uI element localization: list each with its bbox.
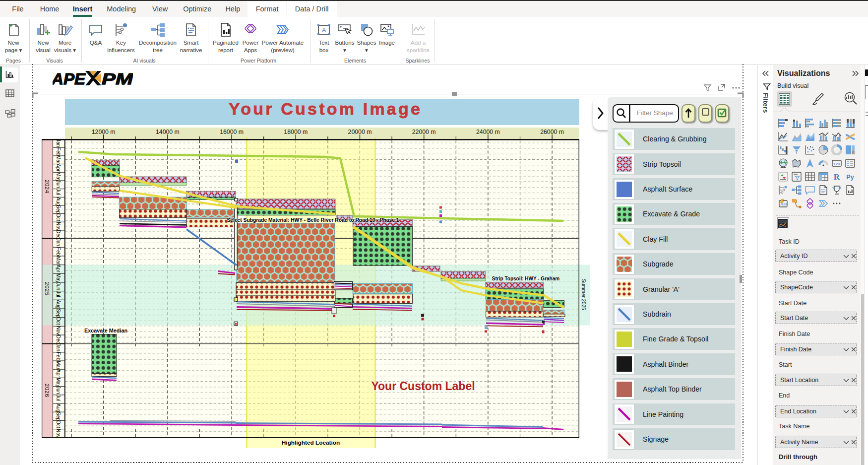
svg-text:R: R <box>833 172 840 182</box>
svg-text:123: 123 <box>833 161 840 166</box>
svg-text:PM: PM <box>102 71 133 85</box>
svg-text:APE: APE <box>53 71 86 85</box>
svg-text:123: 123 <box>781 202 787 206</box>
svg-text:A: A <box>322 26 326 34</box>
svg-text:Py: Py <box>846 174 854 181</box>
